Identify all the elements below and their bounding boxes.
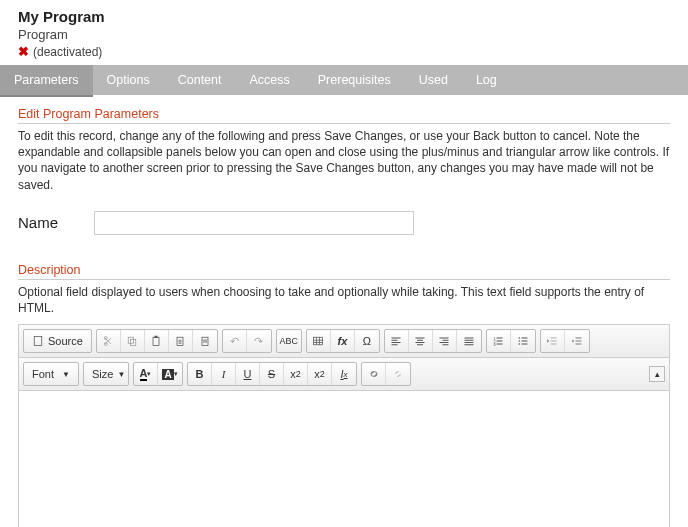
link-button[interactable] bbox=[362, 363, 386, 385]
table-icon bbox=[312, 335, 324, 347]
underline-button[interactable]: U bbox=[236, 363, 260, 385]
description-help: Optional field displayed to users when c… bbox=[18, 284, 670, 316]
numbered-list-button[interactable]: 123 bbox=[487, 330, 511, 352]
align-left-icon bbox=[390, 335, 402, 347]
remove-format-button[interactable]: Ix bbox=[332, 363, 356, 385]
align-justify-icon bbox=[463, 335, 475, 347]
paste-button[interactable] bbox=[145, 330, 169, 352]
subscript-button[interactable]: x2 bbox=[284, 363, 308, 385]
toolbar-collapse-button[interactable]: ▴ bbox=[649, 366, 665, 382]
paste-word-icon: W bbox=[199, 335, 211, 347]
page-subtitle: Program bbox=[18, 27, 670, 42]
align-center-icon bbox=[414, 335, 426, 347]
tab-log[interactable]: Log bbox=[462, 65, 511, 95]
spellcheck-button[interactable]: ABC bbox=[277, 330, 301, 352]
italic-button[interactable]: I bbox=[212, 363, 236, 385]
tab-access[interactable]: Access bbox=[235, 65, 303, 95]
size-select[interactable]: Size▼ bbox=[84, 363, 128, 385]
paste-text-icon bbox=[174, 335, 186, 347]
paste-icon bbox=[150, 335, 162, 347]
copy-icon bbox=[126, 335, 138, 347]
source-button[interactable]: Source bbox=[24, 330, 91, 352]
superscript-button[interactable]: x2 bbox=[308, 363, 332, 385]
align-right-icon bbox=[438, 335, 450, 347]
bullet-list-button[interactable] bbox=[511, 330, 535, 352]
tab-options[interactable]: Options bbox=[93, 65, 164, 95]
svg-text:W: W bbox=[202, 338, 207, 344]
section-description: Description bbox=[18, 263, 670, 280]
name-input[interactable] bbox=[94, 211, 414, 235]
text-color-button[interactable]: A▾ bbox=[134, 363, 158, 385]
font-select[interactable]: Font▼ bbox=[24, 363, 78, 385]
tab-content[interactable]: Content bbox=[164, 65, 236, 95]
formula-button[interactable]: fx bbox=[331, 330, 355, 352]
svg-rect-5 bbox=[153, 337, 159, 345]
deactivated-icon: ✖ bbox=[18, 44, 29, 59]
align-right-button[interactable] bbox=[433, 330, 457, 352]
svg-point-15 bbox=[518, 340, 520, 342]
section-edit-parameters: Edit Program Parameters bbox=[18, 107, 670, 124]
svg-rect-10 bbox=[314, 337, 323, 345]
cut-icon bbox=[102, 335, 114, 347]
bold-button[interactable]: B bbox=[188, 363, 212, 385]
special-char-button[interactable]: Ω bbox=[355, 330, 379, 352]
unlink-icon bbox=[392, 368, 404, 380]
tab-parameters[interactable]: Parameters bbox=[0, 65, 93, 95]
tab-bar: Parameters Options Content Access Prereq… bbox=[0, 65, 688, 95]
tab-used[interactable]: Used bbox=[405, 65, 462, 95]
svg-point-16 bbox=[518, 343, 520, 345]
editor-toolbar-row1: Source W ↶ ↷ ABC fx Ω bbox=[19, 325, 669, 358]
name-label: Name bbox=[18, 214, 76, 231]
parameters-help: To edit this record, change any of the f… bbox=[18, 128, 670, 193]
svg-rect-6 bbox=[155, 336, 158, 338]
outdent-icon bbox=[546, 335, 558, 347]
indent-button[interactable] bbox=[565, 330, 589, 352]
editor-toolbar-row2: Font▼ Size▼ A▾ A▾ B I U S x2 x2 Ix bbox=[19, 358, 669, 391]
paste-text-button[interactable] bbox=[169, 330, 193, 352]
strike-button[interactable]: S bbox=[260, 363, 284, 385]
status-row: ✖ (deactivated) bbox=[18, 44, 670, 59]
rich-text-editor: Source W ↶ ↷ ABC fx Ω bbox=[18, 324, 670, 527]
copy-button[interactable] bbox=[121, 330, 145, 352]
paste-word-button[interactable]: W bbox=[193, 330, 217, 352]
svg-rect-0 bbox=[34, 337, 42, 346]
document-icon bbox=[32, 335, 44, 347]
redo-button[interactable]: ↷ bbox=[247, 330, 271, 352]
undo-button[interactable]: ↶ bbox=[223, 330, 247, 352]
align-justify-button[interactable] bbox=[457, 330, 481, 352]
bg-color-button[interactable]: A▾ bbox=[158, 363, 182, 385]
page-title: My Program bbox=[18, 0, 670, 25]
cut-button[interactable] bbox=[97, 330, 121, 352]
numbered-list-icon: 123 bbox=[492, 335, 504, 347]
bullet-list-icon bbox=[517, 335, 529, 347]
svg-text:3: 3 bbox=[494, 343, 496, 347]
link-icon bbox=[368, 368, 380, 380]
indent-icon bbox=[571, 335, 583, 347]
align-left-button[interactable] bbox=[385, 330, 409, 352]
unlink-button[interactable] bbox=[386, 363, 410, 385]
svg-point-14 bbox=[518, 337, 520, 339]
tab-prerequisites[interactable]: Prerequisites bbox=[304, 65, 405, 95]
align-center-button[interactable] bbox=[409, 330, 433, 352]
outdent-button[interactable] bbox=[541, 330, 565, 352]
status-text: (deactivated) bbox=[33, 45, 102, 59]
table-button[interactable] bbox=[307, 330, 331, 352]
editor-content-area[interactable] bbox=[19, 391, 669, 527]
